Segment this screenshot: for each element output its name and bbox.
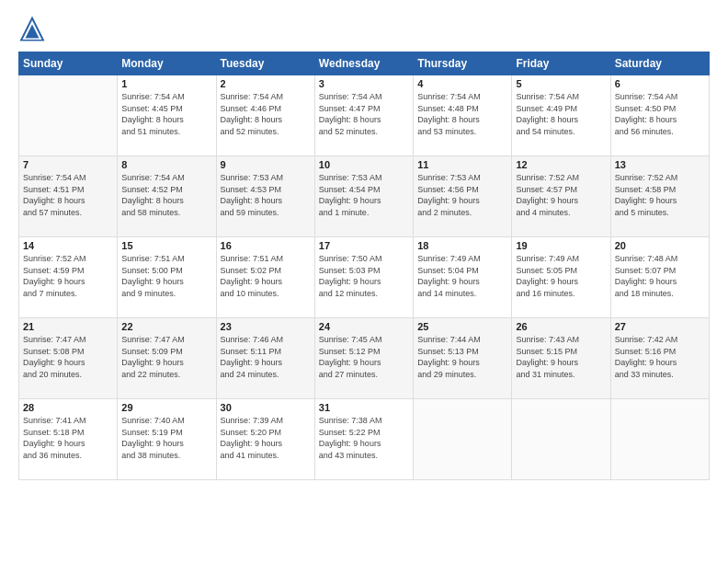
day-number: 16 bbox=[221, 240, 311, 251]
logo-icon bbox=[18, 15, 46, 42]
day-info: Sunrise: 7:52 AM Sunset: 4:57 PM Dayligh… bbox=[516, 172, 606, 218]
day-number: 24 bbox=[319, 321, 409, 332]
header bbox=[18, 15, 710, 42]
table-row: 1Sunrise: 7:54 AM Sunset: 4:45 PM Daylig… bbox=[118, 75, 216, 156]
day-number: 20 bbox=[615, 240, 705, 251]
day-info: Sunrise: 7:53 AM Sunset: 4:53 PM Dayligh… bbox=[221, 172, 311, 218]
table-row: 2Sunrise: 7:54 AM Sunset: 4:46 PM Daylig… bbox=[216, 75, 314, 156]
table-row: 18Sunrise: 7:49 AM Sunset: 5:04 PM Dayli… bbox=[414, 237, 512, 318]
day-info: Sunrise: 7:51 AM Sunset: 5:00 PM Dayligh… bbox=[121, 253, 211, 299]
day-info: Sunrise: 7:45 AM Sunset: 5:12 PM Dayligh… bbox=[319, 334, 409, 380]
table-row: 21Sunrise: 7:47 AM Sunset: 5:08 PM Dayli… bbox=[19, 318, 118, 399]
day-number: 2 bbox=[221, 78, 311, 89]
table-row: 4Sunrise: 7:54 AM Sunset: 4:48 PM Daylig… bbox=[414, 75, 512, 156]
day-number: 27 bbox=[615, 321, 705, 332]
day-info: Sunrise: 7:54 AM Sunset: 4:47 PM Dayligh… bbox=[319, 91, 409, 137]
table-row: 5Sunrise: 7:54 AM Sunset: 4:49 PM Daylig… bbox=[512, 75, 610, 156]
day-info: Sunrise: 7:39 AM Sunset: 5:20 PM Dayligh… bbox=[221, 415, 311, 461]
day-info: Sunrise: 7:54 AM Sunset: 4:49 PM Dayligh… bbox=[516, 91, 606, 137]
col-sunday: Sunday bbox=[19, 52, 118, 75]
day-number: 4 bbox=[417, 78, 507, 89]
table-row: 22Sunrise: 7:47 AM Sunset: 5:09 PM Dayli… bbox=[118, 318, 216, 399]
calendar-header-row: Sunday Monday Tuesday Wednesday Thursday… bbox=[19, 52, 710, 75]
day-info: Sunrise: 7:49 AM Sunset: 5:05 PM Dayligh… bbox=[516, 253, 606, 299]
table-row: 27Sunrise: 7:42 AM Sunset: 5:16 PM Dayli… bbox=[610, 318, 709, 399]
table-row: 3Sunrise: 7:54 AM Sunset: 4:47 PM Daylig… bbox=[314, 75, 413, 156]
day-info: Sunrise: 7:54 AM Sunset: 4:48 PM Dayligh… bbox=[417, 91, 507, 137]
day-number: 1 bbox=[121, 78, 211, 89]
day-number: 6 bbox=[615, 78, 705, 89]
day-info: Sunrise: 7:53 AM Sunset: 4:56 PM Dayligh… bbox=[417, 172, 507, 218]
day-number: 21 bbox=[23, 321, 113, 332]
col-monday: Monday bbox=[118, 52, 216, 75]
day-info: Sunrise: 7:46 AM Sunset: 5:11 PM Dayligh… bbox=[221, 334, 311, 380]
table-row: 28Sunrise: 7:41 AM Sunset: 5:18 PM Dayli… bbox=[19, 399, 118, 480]
day-info: Sunrise: 7:52 AM Sunset: 4:58 PM Dayligh… bbox=[615, 172, 705, 218]
logo bbox=[18, 15, 50, 42]
table-row: 20Sunrise: 7:48 AM Sunset: 5:07 PM Dayli… bbox=[610, 237, 709, 318]
day-number: 17 bbox=[319, 240, 409, 251]
day-number: 10 bbox=[319, 159, 409, 170]
table-row: 26Sunrise: 7:43 AM Sunset: 5:15 PM Dayli… bbox=[512, 318, 610, 399]
day-info: Sunrise: 7:48 AM Sunset: 5:07 PM Dayligh… bbox=[615, 253, 705, 299]
day-info: Sunrise: 7:43 AM Sunset: 5:15 PM Dayligh… bbox=[516, 334, 606, 380]
table-row: 14Sunrise: 7:52 AM Sunset: 4:59 PM Dayli… bbox=[19, 237, 118, 318]
day-info: Sunrise: 7:52 AM Sunset: 4:59 PM Dayligh… bbox=[23, 253, 113, 299]
page: Sunday Monday Tuesday Wednesday Thursday… bbox=[0, 0, 728, 563]
table-row: 8Sunrise: 7:54 AM Sunset: 4:52 PM Daylig… bbox=[118, 156, 216, 237]
table-row: 23Sunrise: 7:46 AM Sunset: 5:11 PM Dayli… bbox=[216, 318, 314, 399]
calendar-week-row: 14Sunrise: 7:52 AM Sunset: 4:59 PM Dayli… bbox=[19, 237, 710, 318]
day-info: Sunrise: 7:47 AM Sunset: 5:09 PM Dayligh… bbox=[121, 334, 211, 380]
day-number: 28 bbox=[23, 402, 113, 413]
day-number: 8 bbox=[121, 159, 211, 170]
table-row: 10Sunrise: 7:53 AM Sunset: 4:54 PM Dayli… bbox=[314, 156, 413, 237]
day-number: 31 bbox=[319, 402, 409, 413]
day-info: Sunrise: 7:54 AM Sunset: 4:46 PM Dayligh… bbox=[221, 91, 311, 137]
day-number: 11 bbox=[417, 159, 507, 170]
day-number: 7 bbox=[23, 159, 113, 170]
table-row: 24Sunrise: 7:45 AM Sunset: 5:12 PM Dayli… bbox=[314, 318, 413, 399]
table-row: 15Sunrise: 7:51 AM Sunset: 5:00 PM Dayli… bbox=[118, 237, 216, 318]
day-info: Sunrise: 7:54 AM Sunset: 4:52 PM Dayligh… bbox=[121, 172, 211, 218]
day-number: 12 bbox=[516, 159, 606, 170]
calendar-week-row: 1Sunrise: 7:54 AM Sunset: 4:45 PM Daylig… bbox=[19, 75, 710, 156]
table-row: 9Sunrise: 7:53 AM Sunset: 4:53 PM Daylig… bbox=[216, 156, 314, 237]
day-number: 25 bbox=[417, 321, 507, 332]
day-info: Sunrise: 7:54 AM Sunset: 4:51 PM Dayligh… bbox=[23, 172, 113, 218]
day-number: 13 bbox=[615, 159, 705, 170]
day-info: Sunrise: 7:42 AM Sunset: 5:16 PM Dayligh… bbox=[615, 334, 705, 380]
day-number: 18 bbox=[417, 240, 507, 251]
day-number: 15 bbox=[121, 240, 211, 251]
day-info: Sunrise: 7:44 AM Sunset: 5:13 PM Dayligh… bbox=[417, 334, 507, 380]
day-info: Sunrise: 7:53 AM Sunset: 4:54 PM Dayligh… bbox=[319, 172, 409, 218]
table-row: 29Sunrise: 7:40 AM Sunset: 5:19 PM Dayli… bbox=[118, 399, 216, 480]
calendar-week-row: 21Sunrise: 7:47 AM Sunset: 5:08 PM Dayli… bbox=[19, 318, 710, 399]
table-row: 6Sunrise: 7:54 AM Sunset: 4:50 PM Daylig… bbox=[610, 75, 709, 156]
table-row bbox=[610, 399, 709, 480]
table-row: 31Sunrise: 7:38 AM Sunset: 5:22 PM Dayli… bbox=[314, 399, 413, 480]
day-number: 14 bbox=[23, 240, 113, 251]
table-row: 7Sunrise: 7:54 AM Sunset: 4:51 PM Daylig… bbox=[19, 156, 118, 237]
table-row: 16Sunrise: 7:51 AM Sunset: 5:02 PM Dayli… bbox=[216, 237, 314, 318]
col-thursday: Thursday bbox=[414, 52, 512, 75]
day-number: 30 bbox=[221, 402, 311, 413]
day-info: Sunrise: 7:38 AM Sunset: 5:22 PM Dayligh… bbox=[319, 415, 409, 461]
day-number: 22 bbox=[121, 321, 211, 332]
table-row: 12Sunrise: 7:52 AM Sunset: 4:57 PM Dayli… bbox=[512, 156, 610, 237]
table-row: 25Sunrise: 7:44 AM Sunset: 5:13 PM Dayli… bbox=[414, 318, 512, 399]
calendar-week-row: 7Sunrise: 7:54 AM Sunset: 4:51 PM Daylig… bbox=[19, 156, 710, 237]
col-tuesday: Tuesday bbox=[216, 52, 314, 75]
col-saturday: Saturday bbox=[610, 52, 709, 75]
day-info: Sunrise: 7:50 AM Sunset: 5:03 PM Dayligh… bbox=[319, 253, 409, 299]
day-info: Sunrise: 7:54 AM Sunset: 4:50 PM Dayligh… bbox=[615, 91, 705, 137]
table-row bbox=[19, 75, 118, 156]
day-number: 5 bbox=[516, 78, 606, 89]
day-number: 26 bbox=[516, 321, 606, 332]
day-number: 23 bbox=[221, 321, 311, 332]
day-number: 3 bbox=[319, 78, 409, 89]
calendar: Sunday Monday Tuesday Wednesday Thursday… bbox=[18, 52, 710, 480]
day-info: Sunrise: 7:51 AM Sunset: 5:02 PM Dayligh… bbox=[221, 253, 311, 299]
day-info: Sunrise: 7:49 AM Sunset: 5:04 PM Dayligh… bbox=[417, 253, 507, 299]
table-row: 30Sunrise: 7:39 AM Sunset: 5:20 PM Dayli… bbox=[216, 399, 314, 480]
day-info: Sunrise: 7:54 AM Sunset: 4:45 PM Dayligh… bbox=[121, 91, 211, 137]
